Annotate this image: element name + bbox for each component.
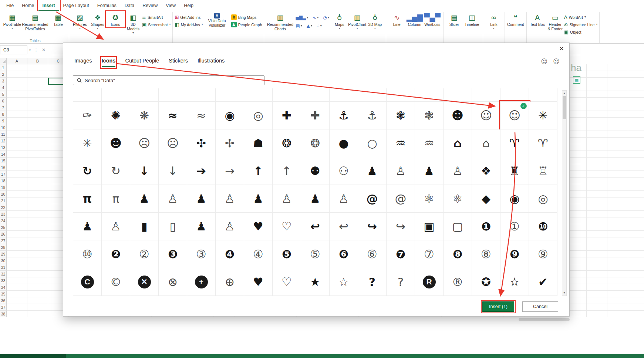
icon-partial-icon[interactable]: ♛ bbox=[472, 88, 500, 102]
ribbon-button-pivottable[interactable]: ▦PivotTable▾ bbox=[3, 12, 21, 30]
row-header-38[interactable]: 38 bbox=[0, 311, 7, 317]
icon-baby-onesie-outline[interactable]: ♡ bbox=[273, 213, 301, 240]
icon-ai-head-outline[interactable]: ⚇ bbox=[330, 157, 358, 185]
ribbon-button-column[interactable]: ▂▅▇Column bbox=[406, 12, 424, 27]
scrollbar-thumb[interactable] bbox=[563, 96, 566, 119]
ribbon-button-text-box[interactable]: AText Box bbox=[529, 12, 546, 27]
ribbon-button-timeline[interactable]: ◫Timeline bbox=[463, 12, 481, 27]
icon-button-outline[interactable]: ◎ bbox=[244, 102, 273, 129]
row-header-10[interactable]: 10 bbox=[0, 124, 7, 131]
icon-partial-icon-outline[interactable]: ☰ bbox=[187, 88, 216, 102]
frowny-feedback-icon[interactable]: ☹ bbox=[553, 58, 560, 65]
row-header-20[interactable]: 20 bbox=[0, 191, 7, 197]
icon-registered-outline[interactable]: ® bbox=[444, 268, 472, 296]
cancel-entry-icon[interactable]: ✕ bbox=[40, 47, 48, 53]
ribbon-button-object[interactable]: ▣Object bbox=[564, 29, 598, 35]
icon-arrow-right-outline[interactable]: → bbox=[216, 157, 244, 185]
icon-partial-icon-outline[interactable]: ❁ bbox=[444, 88, 472, 102]
row-header-15[interactable]: 15 bbox=[0, 158, 7, 164]
ribbon-tab-help[interactable]: Help bbox=[180, 0, 198, 11]
row-header-18[interactable]: 18 bbox=[0, 178, 7, 184]
row-header-5[interactable]: 5 bbox=[0, 91, 7, 98]
icon-asian-temple[interactable]: ♜ bbox=[500, 157, 529, 185]
ribbon-button-get-add-ins[interactable]: ⊞Get Add-ins bbox=[175, 14, 203, 20]
icon-aperture-outline[interactable]: ❂ bbox=[301, 129, 330, 157]
icon-aperture[interactable]: ❂ bbox=[273, 129, 301, 157]
icon-multiply-circle[interactable]: ✕ bbox=[130, 268, 159, 296]
icon-aquarius-outline[interactable]: ♒ bbox=[415, 129, 444, 157]
icon-partial-icon[interactable]: ≡ bbox=[244, 88, 273, 102]
icon-ambulance[interactable]: ✚ bbox=[273, 102, 301, 129]
row-header-19[interactable]: 19 bbox=[0, 184, 7, 191]
ribbon-tab-insert[interactable]: Insert bbox=[38, 0, 59, 11]
icon-arrow-forward[interactable]: ↪ bbox=[358, 213, 387, 240]
row-header-3[interactable]: 3 bbox=[0, 78, 7, 84]
ribbon-button-signature-line[interactable]: ✍Signature Line▾ bbox=[564, 22, 598, 27]
row-header-30[interactable]: 30 bbox=[0, 257, 7, 264]
icon-torii-gate-outline[interactable]: π bbox=[102, 185, 130, 213]
icon-artist-woman-outline[interactable]: ♙ bbox=[387, 157, 415, 185]
icon-question-mark[interactable]: ? bbox=[358, 268, 387, 296]
icon-aquarius[interactable]: ♒ bbox=[387, 129, 415, 157]
icon-sewing-needle-outline[interactable]: ✑ bbox=[73, 102, 102, 129]
icon-architecture[interactable]: ⌂ bbox=[444, 129, 472, 157]
row-header-21[interactable]: 21 bbox=[0, 197, 7, 204]
icon-number-9-outline[interactable]: ⑨ bbox=[529, 240, 557, 268]
icon-badge-check-outline[interactable]: ✫ bbox=[500, 268, 529, 296]
row-header-28[interactable]: 28 bbox=[0, 244, 7, 251]
icon-artist-man[interactable]: ♟ bbox=[415, 157, 444, 185]
ribbon-button-wordart[interactable]: AWordArt▾ bbox=[564, 14, 598, 20]
ribbon-button-line[interactable]: ∿Line bbox=[388, 12, 406, 27]
icon-apple[interactable]: ● bbox=[330, 129, 358, 157]
icon-backpack-outline[interactable]: ▢ bbox=[444, 213, 472, 240]
ribbon-tab-formulas[interactable]: Formulas bbox=[93, 0, 121, 11]
icon-number-5[interactable]: ❺ bbox=[273, 240, 301, 268]
icon-number-8-outline[interactable]: ⑧ bbox=[472, 240, 500, 268]
ribbon-button-comment[interactable]: ❝Comment bbox=[507, 12, 525, 27]
ribbon-button-icons[interactable]: ✪Icons bbox=[107, 12, 124, 27]
cancel-button[interactable]: Cancel bbox=[522, 301, 558, 312]
icon-yarn-ball-outline[interactable]: ❋ bbox=[130, 102, 159, 129]
icon-person-exercising[interactable]: ♟ bbox=[187, 185, 216, 213]
icon-person-exercising-outline[interactable]: ♙ bbox=[216, 185, 244, 213]
icon-tape-measure-outline[interactable]: ≈ bbox=[187, 102, 216, 129]
icon-artist-woman[interactable]: ♟ bbox=[358, 157, 387, 185]
ribbon-button-bing-maps[interactable]: bBing Maps bbox=[231, 14, 262, 20]
row-header-36[interactable]: 36 bbox=[0, 297, 7, 304]
icon-avocado[interactable]: ◉ bbox=[500, 185, 529, 213]
icon-plus-circle-outline[interactable]: ⊕ bbox=[216, 268, 244, 296]
ribbon-button-3d-map[interactable]: ♁3D Map▾ bbox=[366, 12, 384, 30]
chart-type-button[interactable]: ◔▾ bbox=[323, 15, 329, 20]
row-header-1[interactable]: 1 bbox=[0, 64, 7, 71]
icon-number-5-outline[interactable]: ⑤ bbox=[301, 240, 330, 268]
icon-number-7[interactable]: ❼ bbox=[387, 240, 415, 268]
icon-number-9[interactable]: ❾ bbox=[500, 240, 529, 268]
smiley-feedback-icon[interactable]: ☺ bbox=[541, 58, 548, 65]
icon-star[interactable]: ★ bbox=[301, 268, 330, 296]
icon-checkmark[interactable]: ✔ bbox=[529, 268, 557, 296]
icon-baby-onesie[interactable]: ♥ bbox=[244, 213, 273, 240]
icon-question-mark-outline[interactable]: ? bbox=[387, 268, 415, 296]
icon-number-10-outline[interactable]: ⑩ bbox=[73, 240, 102, 268]
icon-partial-icon[interactable]: ● bbox=[102, 88, 130, 102]
column-header-b[interactable]: B bbox=[27, 58, 48, 64]
row-header-27[interactable]: 27 bbox=[0, 237, 7, 244]
row-header-7[interactable]: 7 bbox=[0, 104, 7, 111]
icon-copyright[interactable]: C bbox=[73, 268, 102, 296]
ribbon-button-recommended-pivottables[interactable]: ▤Recommended PivotTables bbox=[21, 12, 49, 31]
icon-baby-crawling-outline[interactable]: ♙ bbox=[216, 213, 244, 240]
row-header-6[interactable]: 6 bbox=[0, 98, 7, 104]
row-header-8[interactable]: 8 bbox=[0, 111, 7, 118]
icon-backpack[interactable]: ▣ bbox=[415, 213, 444, 240]
row-header-34[interactable]: 34 bbox=[0, 284, 7, 291]
ribbon-button-slicer[interactable]: ▤Slicer bbox=[445, 12, 463, 27]
icon-ant-outline[interactable]: ✢ bbox=[216, 129, 244, 157]
icon-partial-icon[interactable]: ✈ bbox=[301, 88, 330, 102]
icon-number-6[interactable]: ❻ bbox=[330, 240, 358, 268]
row-header-37[interactable]: 37 bbox=[0, 304, 7, 311]
icon-partial-icon-outline[interactable]: ✎ bbox=[130, 88, 159, 102]
icon-angel-face-outline[interactable]: ☺✓ bbox=[500, 102, 529, 129]
icon-anchor-outline[interactable]: ⚓ bbox=[358, 102, 387, 129]
icon-ai-head[interactable]: ⚉ bbox=[301, 157, 330, 185]
icon-partial-icon[interactable]: ❀ bbox=[358, 88, 387, 102]
